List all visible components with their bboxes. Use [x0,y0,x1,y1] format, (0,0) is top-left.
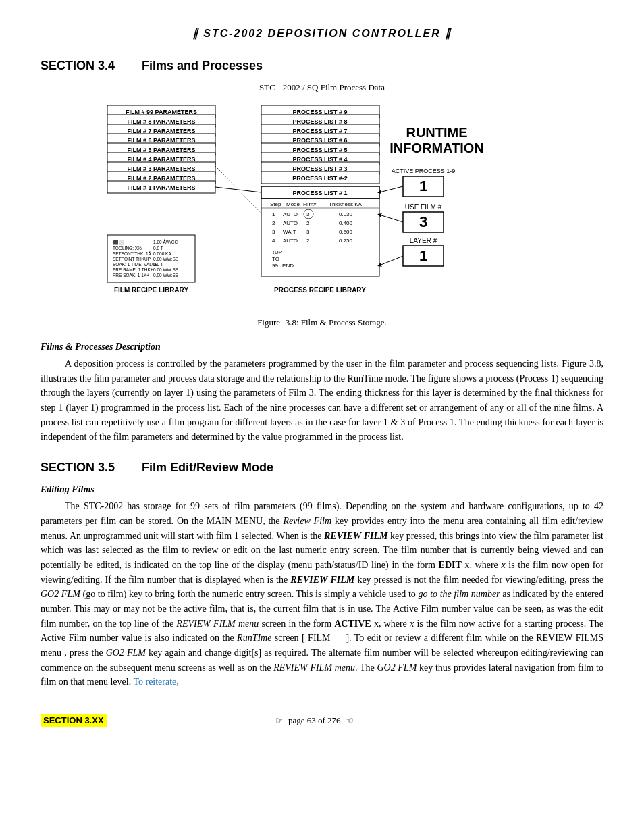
svg-text:3: 3 [306,211,310,217]
svg-text:PRE SOAK: 1 1K+: PRE SOAK: 1 1K+ [113,273,149,278]
svg-text:LAYER #: LAYER # [410,237,437,244]
svg-text:TO: TO [272,256,279,262]
svg-text:⬛⬜: ⬛⬜ [113,239,125,245]
edit-bold: EDIT [439,560,462,570]
svg-text:0.000 KA: 0.000 KA [153,251,171,256]
svg-text:Mode: Mode [286,201,300,207]
svg-text:0.400: 0.400 [339,220,353,226]
svg-text:0.250: 0.250 [339,238,353,244]
svg-text:0.600: 0.600 [339,229,353,235]
go-italic: go to the film number [419,589,500,599]
runtime-italic: RunTIme [237,633,271,643]
svg-text:0.00 WW:SS: 0.00 WW:SS [153,273,179,278]
svg-text:AUTO: AUTO [283,238,298,244]
review-film-italic: Review Film [283,516,331,526]
section-34: SECTION 3.4Films and Processes STC - 200… [41,59,603,444]
svg-text:USE FILM #: USE FILM # [405,203,442,211]
page-header: ∥ STC-2002 DEPOSITION CONTROLLER ∥ [41,27,603,40]
section-34-title: SECTION 3.4Films and Processes [41,59,603,73]
svg-text:AUTO: AUTO [283,211,298,217]
svg-text:1: 1 [272,211,275,217]
svg-text:2: 2 [306,220,310,226]
review-film-key2: REVIEW FILM [290,575,354,585]
svg-text:AUTO: AUTO [283,220,298,226]
svg-line-92 [379,186,403,192]
go2flm2-italic: GO2 FLM [106,648,146,658]
svg-text:RUNTIME: RUNTIME [406,125,467,140]
svg-line-80 [215,187,261,192]
svg-text:0.0 T: 0.0 T [153,262,163,267]
diagram-svg: FILM # 99 PARAMETERS FILM # 8 PARAMETERS… [59,100,585,312]
svg-text:1: 1 [419,178,427,194]
svg-text:SETPONT THK: 1Å: SETPONT THK: 1Å [113,251,151,256]
svg-text:99  ↓END: 99 ↓END [272,263,294,269]
section-35-heading: Film Edit/Review Mode [142,461,273,474]
svg-text:FILM # 1 PARAMETERS: FILM # 1 PARAMETERS [128,184,196,191]
footer-page-text: page 63 of 276 [286,715,343,726]
subsection-editing-films: Editing Films [41,484,603,495]
footer-arrow-right: ☜ [346,715,354,726]
section-35-number: SECTION 3.5 [41,461,115,474]
page-footer: SECTION 3.XX ☞ page 63 of 276 ☜ [41,710,603,727]
svg-text:↕UP: ↕UP [272,249,282,255]
go2flm3-italic: GO2 FLM [377,662,417,673]
svg-text:2: 2 [306,238,310,244]
svg-text:3: 3 [306,229,310,235]
figure-caption: Figure- 3.8: Film & Process Storage. [41,317,603,328]
active-bold: ACTIVE [334,619,371,629]
svg-text:1: 1 [419,247,427,264]
footer-section-label: SECTION 3.XX [41,714,107,727]
svg-text:INFORMATION: INFORMATION [390,140,484,155]
svg-text:Film#: Film# [303,201,317,207]
section35-body: The STC-2002 has storage for 99 sets of … [41,499,603,689]
header-arrows-left: ∥ [192,28,203,39]
footer-arrow-left: ☞ [275,715,284,726]
review-film-menu-italic: REVIEW FILM menu [176,619,259,629]
svg-text:4: 4 [272,238,275,244]
svg-text:TOOLING: X%: TOOLING: X% [113,246,142,251]
svg-text:1.00 ÅW/CC: 1.00 ÅW/CC [153,239,178,244]
svg-line-94 [379,256,403,265]
to-reiterate: To reiterate, [133,677,178,687]
svg-text:3: 3 [272,229,275,235]
svg-text:FILM RECIPE LIBRARY: FILM RECIPE LIBRARY [114,286,189,294]
svg-text:WAIT: WAIT [283,229,296,235]
section-34-number: SECTION 3.4 [41,59,115,72]
review-film-key: REVIEW FILM [324,531,387,541]
section-35-title: SECTION 3.5Film Edit/Review Mode [41,461,603,475]
svg-text:Thickness KA: Thickness KA [329,201,363,207]
svg-text:SETPOINT THKUP: SETPOINT THKUP [113,257,151,261]
header-arrows-right: ∥ [441,28,452,39]
svg-text:0.00 WW:SS: 0.00 WW:SS [153,267,179,272]
review-film-menu2-italic: REVIEW FILM menu [273,662,355,673]
section34-body: A deposition process is controlled by th… [41,357,603,444]
svg-text:2: 2 [272,220,275,226]
svg-text:0.0 T: 0.0 T [153,246,163,251]
svg-text:0.00 WW:SS: 0.00 WW:SS [153,257,179,261]
svg-text:PROCESS RECIPE LIBRARY: PROCESS RECIPE LIBRARY [274,286,366,294]
subsection-films-processes: Films & Processes Description [41,342,603,353]
svg-text:Step: Step [270,201,281,207]
svg-text:3: 3 [419,213,427,230]
svg-text:PROCESS LIST     # 1: PROCESS LIST # 1 [292,190,347,197]
section-35: SECTION 3.5Film Edit/Review Mode Editing… [41,461,603,689]
svg-line-93 [379,215,403,222]
svg-text:PROCESS LIST      #-2: PROCESS LIST #-2 [292,175,348,182]
section-34-heading: Films and Processes [142,59,263,72]
footer-page-info: ☞ page 63 of 276 ☜ [275,715,354,726]
svg-text:SOAK: 1 TIME: VALUE: SOAK: 1 TIME: VALUE [113,262,159,267]
header-title: STC-2002 DEPOSITION CONTROLLER [203,28,441,39]
svg-text:ACTIVE PROCESS  1-9: ACTIVE PROCESS 1-9 [392,167,456,174]
diagram-container: FILM # 99 PARAMETERS FILM # 8 PARAMETERS… [41,100,603,312]
go2flm-italic: GO2 FLM [41,589,80,599]
svg-text:PRE RAMP: 1 THK+: PRE RAMP: 1 THK+ [113,267,153,272]
svg-text:0.030: 0.030 [339,211,353,217]
diagram-subtitle: STC - 2002 / SQ Film Process Data [41,82,603,93]
